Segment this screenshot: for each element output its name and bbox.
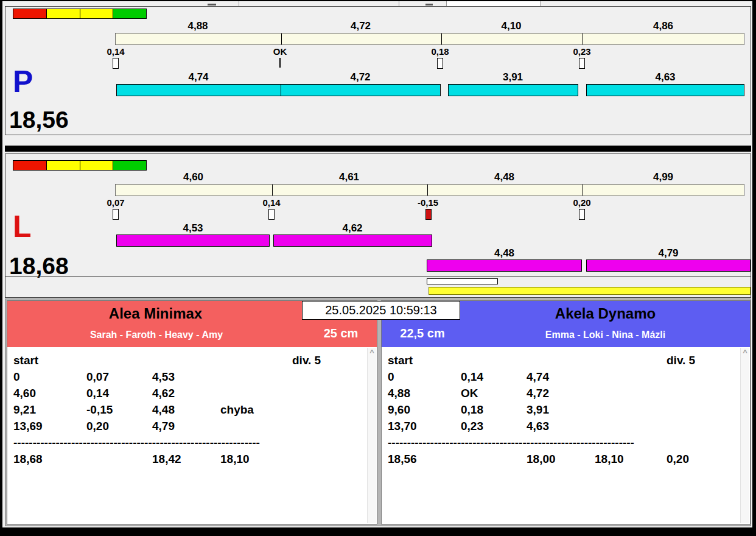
result-cell [220, 418, 292, 434]
split-bar-segment [281, 84, 441, 96]
results-table: start div. 5 0 0,07 4,53 4,60 0,14 4,62 [7, 347, 377, 524]
result-cell: 3,91 [527, 401, 595, 418]
scale-value-label: 4,88 [115, 20, 281, 32]
scrollbar[interactable]: ^ [740, 348, 749, 523]
aux-bar-yellow [429, 287, 751, 295]
cropped-menu-text [208, 4, 216, 5]
team-members: Emma - Loki - Nina - Mázli [462, 330, 749, 340]
scale-tick [583, 34, 583, 44]
reaction-marker-box [113, 209, 119, 220]
clean-time-cell: 18,00 [527, 451, 595, 467]
reaction-marker-box [579, 209, 585, 220]
result-cell: 9,21 [13, 401, 86, 418]
result-cell: 13,70 [388, 418, 461, 434]
result-cell: 0,14 [461, 368, 527, 385]
indicator-segment-yellow [47, 161, 80, 170]
split-bar-segment [116, 234, 270, 247]
total-time-cell: 18,68 [13, 451, 86, 467]
result-cell: OK [461, 385, 527, 401]
team-panel-left: Alea Minimax Sarah - Faroth - Heavy - Am… [7, 300, 377, 524]
result-row: 4,60 0,14 4,62 [13, 385, 377, 401]
split-bar-segment [448, 84, 578, 96]
toolbar-separator [239, 1, 239, 6]
scale-tick [583, 185, 583, 196]
scroll-up-icon[interactable]: ^ [741, 348, 749, 358]
aux-bar-white [427, 278, 498, 284]
result-cell: chyba [220, 401, 292, 418]
indicator-segment-green [113, 161, 146, 170]
reaction-value-label: 0,07 [96, 197, 135, 208]
result-cell: 4,79 [152, 418, 220, 434]
result-cell: 4,60 [13, 385, 86, 401]
indicator-segment-yellow [80, 161, 114, 170]
reaction-marker-tick [279, 58, 281, 68]
best-time-cell: 18,10 [220, 451, 292, 467]
result-cell [595, 368, 667, 385]
result-cell: 4,48 [152, 401, 220, 418]
split-bar-segment [116, 84, 281, 96]
results-area: Alea Minimax Sarah - Faroth - Heavy - Am… [5, 298, 751, 526]
reaction-value-label: 0,23 [562, 46, 601, 57]
frame-edge [752, 0, 756, 536]
result-row: 13,70 0,23 4,63 [388, 418, 750, 434]
separator-row: ----------------------------------------… [388, 434, 750, 451]
team-name: Akela Dynamo [462, 305, 749, 322]
indicator-segment-red [13, 161, 47, 170]
separator-row: ----------------------------------------… [13, 434, 377, 451]
result-cell: 0,23 [461, 418, 527, 434]
result-cell: 13,69 [13, 418, 86, 434]
split-bar-segment [586, 259, 751, 272]
split-bar-segment [427, 259, 582, 272]
reaction-value-label: -0,15 [408, 197, 447, 208]
result-cell: 4,74 [527, 368, 595, 385]
frame-edge [0, 527, 756, 536]
result-cell [220, 385, 292, 401]
result-cell: 9,60 [388, 401, 461, 418]
frame-edge [0, 0, 756, 1]
clean-time-cell: 18,42 [152, 451, 220, 467]
time-scale-bar [115, 33, 744, 45]
scale-tick [441, 34, 442, 44]
result-cell: 0 [13, 368, 86, 385]
result-cell: 0,07 [86, 368, 152, 385]
timing-app-screen: 4,88 4,72 4,10 4,86 0,14 OK 0,18 0,23 4,… [0, 0, 756, 536]
result-cell [595, 385, 667, 401]
reaction-marker-box [113, 58, 119, 69]
division-label: div. 5 [292, 352, 377, 368]
lane-letter: L [13, 211, 32, 242]
split-value-label: 3,91 [448, 71, 578, 83]
result-row: 13,69 0,20 4,79 [13, 418, 377, 434]
result-cell: 0,20 [86, 418, 152, 434]
indicator-segment-yellow [80, 9, 114, 18]
scale-tick [281, 34, 282, 44]
reaction-value-label: 0,18 [421, 46, 460, 57]
scale-value-label: 4,10 [441, 20, 582, 32]
start-label: start [388, 352, 461, 368]
cropped-menu-text [425, 4, 433, 5]
result-cell: 0 [388, 368, 461, 385]
section-divider-line [5, 276, 751, 277]
cropped-tab[interactable] [446, 1, 541, 6]
result-cell: 0,14 [86, 385, 152, 401]
result-cell: 0,18 [461, 401, 527, 418]
total-time-cell: 18,56 [388, 451, 461, 467]
diff-cell [292, 451, 377, 467]
scroll-up-icon[interactable]: ^ [368, 348, 376, 358]
start-label: start [13, 352, 86, 368]
split-bar-segment [273, 234, 432, 247]
lane-letter: P [13, 66, 33, 97]
totals-row: 18,68 18,42 18,10 [13, 451, 377, 467]
scale-value-label: 4,86 [582, 20, 744, 32]
result-cell: -0,15 [86, 401, 152, 418]
result-cell: 4,62 [152, 385, 220, 401]
datetime-display: 25.05.2025 10:59:13 [302, 301, 460, 320]
split-value-label: 4,48 [427, 247, 582, 259]
scale-value-label: 4,99 [582, 171, 744, 183]
reaction-marker-fault [425, 209, 432, 220]
reaction-value-label: 0,14 [252, 197, 291, 208]
result-cell: 4,88 [388, 385, 461, 401]
reaction-value-label: OK [261, 46, 299, 57]
team-name: Alea Minimax [7, 305, 304, 322]
scrollbar[interactable]: ^ [367, 348, 376, 523]
result-cell [595, 401, 667, 418]
